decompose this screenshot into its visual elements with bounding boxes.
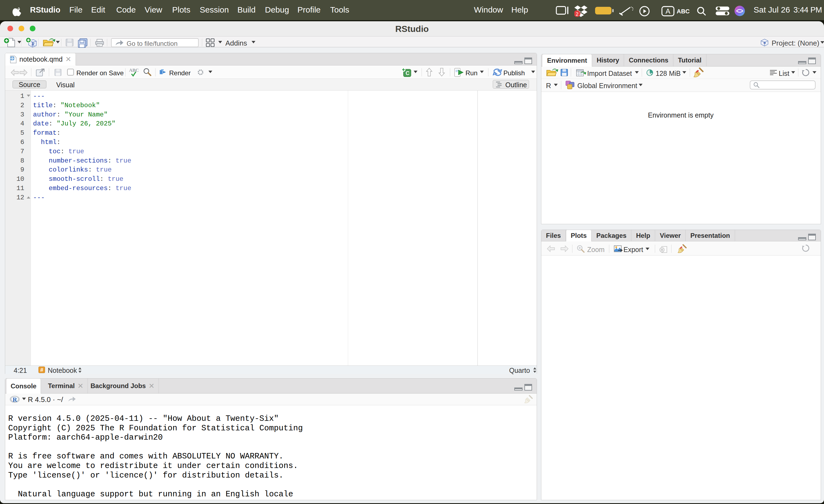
svg-text:ABC: ABC bbox=[129, 68, 139, 73]
svg-text:2: 2 bbox=[576, 11, 579, 17]
svg-text:R: R bbox=[763, 41, 766, 45]
svg-text:R: R bbox=[31, 41, 34, 47]
svg-text:A: A bbox=[665, 7, 671, 15]
svg-text:R: R bbox=[13, 396, 17, 403]
svg-text:ABC: ABC bbox=[677, 8, 690, 15]
svg-text:C: C bbox=[405, 70, 409, 76]
